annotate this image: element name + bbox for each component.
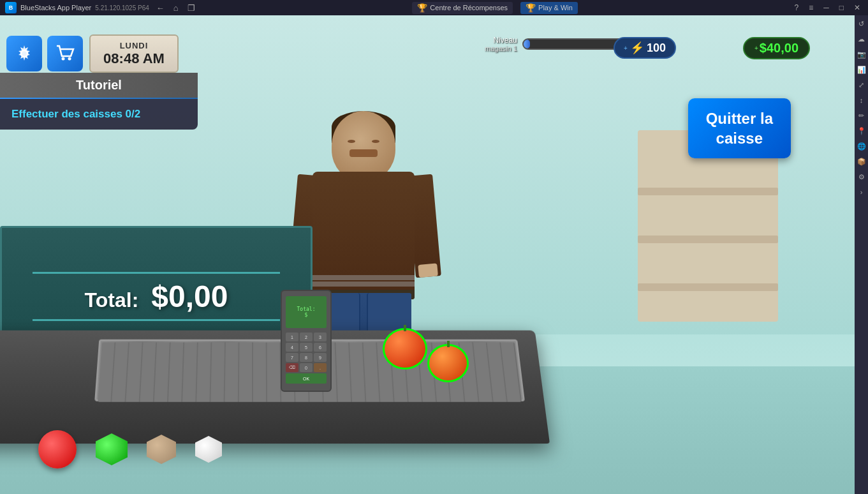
char-body bbox=[313, 172, 415, 299]
tutorial-box: Tutoriel Effectuer des caisses 0/2 bbox=[0, 73, 198, 130]
checkout-counter bbox=[0, 331, 550, 444]
pos-terminal[interactable]: Total: $ 1 2 3 4 5 6 7 8 9 ⌫ 0 . OK bbox=[281, 290, 332, 392]
settings-icon bbox=[15, 44, 34, 63]
pos-key-7[interactable]: 7 bbox=[286, 353, 298, 362]
pos-dollar-text: $ bbox=[305, 312, 308, 318]
sidebar-icon-6[interactable]: ↕ bbox=[856, 94, 867, 106]
sidebar-icon-5[interactable]: ⤢ bbox=[856, 79, 867, 91]
red-button[interactable] bbox=[38, 430, 77, 468]
pos-screen: Total: $ bbox=[286, 296, 327, 328]
total-label: Total: bbox=[85, 288, 139, 312]
cart-icon bbox=[55, 45, 75, 63]
rewards-badge[interactable]: 🏆 Centre de Récompenses bbox=[412, 2, 513, 14]
pos-key-2[interactable]: 2 bbox=[300, 333, 313, 341]
titlebar-left: B BlueStacks App Player 5.21.120.1025 P6… bbox=[5, 2, 198, 13]
sidebar-icon-1[interactable]: ↺ bbox=[856, 18, 867, 29]
total-line-top bbox=[33, 272, 279, 274]
tan-button[interactable] bbox=[147, 435, 176, 464]
sidebar-icon-8[interactable]: 📍 bbox=[856, 125, 867, 137]
play-win-badge[interactable]: 🏆 Play & Win bbox=[520, 2, 578, 14]
quit-line1: Quitter la bbox=[706, 110, 773, 127]
char-head bbox=[332, 111, 395, 181]
total-amount: $0,00 bbox=[151, 279, 228, 314]
game-area: Total: $0,00 Total: $ 1 2 3 4 5 6 bbox=[0, 15, 855, 494]
sidebar-icon-7[interactable]: ✏ bbox=[856, 110, 867, 121]
green-button[interactable] bbox=[96, 433, 128, 465]
apple-1 bbox=[383, 328, 427, 370]
shelf-unit bbox=[638, 130, 778, 322]
shelf-board-1 bbox=[638, 188, 778, 195]
quit-line2: caisse bbox=[716, 130, 763, 147]
pos-key-8[interactable]: 8 bbox=[300, 353, 313, 362]
white-button[interactable] bbox=[195, 436, 222, 463]
sidebar-icon-2[interactable]: ☁ bbox=[856, 33, 867, 45]
pos-key-1[interactable]: 1 bbox=[286, 333, 298, 341]
pos-key-4[interactable]: 4 bbox=[286, 343, 298, 352]
tutorial-task: Effectuer des caisses 0/2 bbox=[0, 99, 198, 130]
back-button[interactable]: ← bbox=[153, 3, 168, 13]
settings-button[interactable] bbox=[6, 36, 42, 71]
app-name: BlueStacks App Player bbox=[20, 4, 91, 11]
sidebar-icon-3[interactable]: 📷 bbox=[856, 49, 867, 60]
sidebar-icon-9[interactable]: 🌐 bbox=[856, 140, 867, 152]
titlebar-center: 🏆 Centre de Récompenses 🏆 Play & Win bbox=[412, 2, 577, 14]
titlebar-controls: ? ≡ ─ □ ✕ bbox=[792, 3, 863, 12]
help-button[interactable]: ? bbox=[792, 3, 802, 12]
svg-point-1 bbox=[62, 57, 65, 61]
cart-button[interactable] bbox=[47, 36, 83, 71]
bluestacks-logo: B bbox=[5, 2, 17, 13]
app-version: 5.21.120.1025 P64 bbox=[95, 4, 149, 11]
pos-key-5[interactable]: 5 bbox=[300, 343, 313, 352]
sidebar-icon-4[interactable]: 📊 bbox=[856, 64, 867, 75]
pos-key-enter[interactable]: OK bbox=[286, 373, 327, 384]
shelf-board-3 bbox=[638, 283, 778, 291]
shelf-board-2 bbox=[638, 236, 778, 243]
close-button[interactable]: ✕ bbox=[851, 3, 863, 12]
right-sidebar: ↺ ☁ 📷 📊 ⤢ ↕ ✏ 📍 🌐 📦 ⚙ › bbox=[855, 15, 868, 494]
window-button[interactable]: ❐ bbox=[184, 3, 198, 13]
sidebar-icon-expand-right[interactable]: › bbox=[856, 186, 867, 198]
bottom-buttons bbox=[38, 430, 222, 468]
quit-button[interactable]: Quitter la caisse bbox=[688, 98, 791, 158]
apple-2 bbox=[427, 344, 469, 382]
pos-key-clear[interactable]: ⌫ bbox=[286, 363, 298, 372]
minimize-button[interactable]: ─ bbox=[821, 3, 832, 12]
total-line-bottom bbox=[33, 319, 279, 321]
svg-point-2 bbox=[68, 57, 71, 61]
pos-key-0[interactable]: 0 bbox=[300, 363, 313, 372]
total-row: Total: $0,00 bbox=[85, 279, 228, 314]
rewards-label: Centre de Récompenses bbox=[430, 4, 508, 11]
pos-key-dot[interactable]: . bbox=[314, 363, 327, 372]
pos-key-3[interactable]: 3 bbox=[314, 333, 327, 341]
pos-total-text: Total: bbox=[297, 306, 316, 312]
titlebar-nav: ← ⌂ ❐ bbox=[153, 3, 198, 13]
menu-button[interactable]: ≡ bbox=[806, 3, 816, 12]
sidebar-icon-10[interactable]: 📦 bbox=[856, 156, 867, 167]
home-button[interactable]: ⌂ bbox=[170, 3, 182, 13]
pos-key-9[interactable]: 9 bbox=[314, 353, 327, 362]
maximize-button[interactable]: □ bbox=[837, 3, 846, 12]
play-win-label: Play & Win bbox=[538, 4, 573, 11]
tutorial-header: Tutoriel bbox=[0, 73, 198, 98]
pos-key-6[interactable]: 6 bbox=[314, 343, 327, 352]
pos-keypad: 1 2 3 4 5 6 7 8 9 ⌫ 0 . OK bbox=[286, 333, 327, 384]
shelf-back bbox=[638, 130, 778, 322]
titlebar: B BlueStacks App Player 5.21.120.1025 P6… bbox=[0, 0, 868, 15]
sidebar-icon-settings[interactable]: ⚙ bbox=[856, 171, 867, 183]
